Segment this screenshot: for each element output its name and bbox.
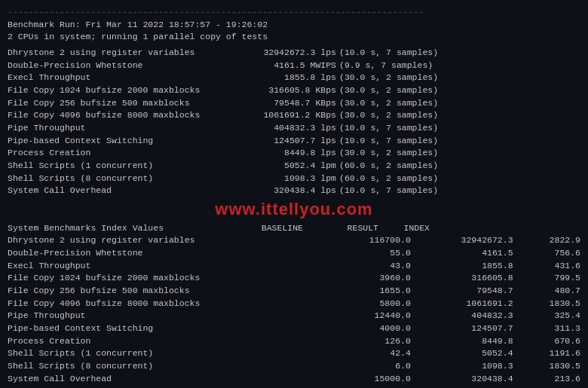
watermark: www.ittellyou.com: [8, 197, 580, 222]
index-row: File Copy 256 bufsize 500 maxblocks1655.…: [8, 285, 580, 298]
benchmark-row: System Call Overhead320438.4 lps(10.0 s,…: [8, 185, 580, 197]
benchmark-row: Pipe Throughput404832.3 lps(10.0 s, 7 sa…: [8, 122, 580, 135]
index-table: Dhrystone 2 using register variables1167…: [8, 234, 580, 385]
terminal: ----------------------------------------…: [0, 3, 588, 388]
index-section-header: System Benchmarks Index Values BASELINE …: [8, 222, 580, 235]
index-row: File Copy 1024 bufsize 2000 maxblocks396…: [8, 272, 580, 285]
benchmark-row: File Copy 1024 bufsize 2000 maxblocks316…: [8, 84, 580, 97]
benchmark-row: Double-Precision Whetstone4161.5 MWIPS(9…: [8, 60, 580, 72]
index-row: Shell Scripts (8 concurrent)6.01098.3183…: [8, 360, 580, 373]
benchmark-row: Shell Scripts (8 concurrent)1098.3 lpm(6…: [8, 173, 580, 185]
index-row: Pipe-based Context Switching4000.0124507…: [8, 322, 580, 335]
benchmark-row: Pipe-based Context Switching124507.7 lps…: [8, 135, 580, 148]
index-row: Execl Throughput43.01855.8431.6: [8, 260, 580, 273]
divider-top: ----------------------------------------…: [8, 6, 580, 19]
benchmark-row: File Copy 256 bufsize 500 maxblocks79548…: [8, 97, 580, 110]
index-row: System Call Overhead15000.0320438.4213.6: [8, 373, 580, 386]
benchmark-row: Dhrystone 2 using register variables3294…: [8, 47, 580, 60]
benchmark-table: Dhrystone 2 using register variables3294…: [8, 47, 580, 197]
index-row: File Copy 4096 bufsize 8000 maxblocks580…: [8, 298, 580, 310]
equals-line: ========: [8, 385, 580, 388]
index-row: Shell Scripts (1 concurrent)42.45052.411…: [8, 347, 580, 360]
index-row: Pipe Throughput12440.0404832.3325.4: [8, 310, 580, 322]
benchmark-row: Execl Throughput1855.8 lps(30.0 s, 2 sam…: [8, 72, 580, 84]
benchmark-row: File Copy 4096 bufsize 8000 maxblocks106…: [8, 109, 580, 122]
index-row: Dhrystone 2 using register variables1167…: [8, 234, 580, 247]
benchmark-row: Process Creation8449.8 lps(30.0 s, 2 sam…: [8, 147, 580, 160]
header-line1: Benchmark Run: Fri Mar 11 2022 18:57:57 …: [8, 19, 580, 32]
header-line2: 2 CPUs in system; running 1 parallel cop…: [8, 31, 580, 44]
benchmark-row: Shell Scripts (1 concurrent)5052.4 lpm(6…: [8, 160, 580, 173]
index-row: Double-Precision Whetstone55.04161.5756.…: [8, 247, 580, 260]
index-row: Process Creation126.08449.8670.6: [8, 335, 580, 348]
